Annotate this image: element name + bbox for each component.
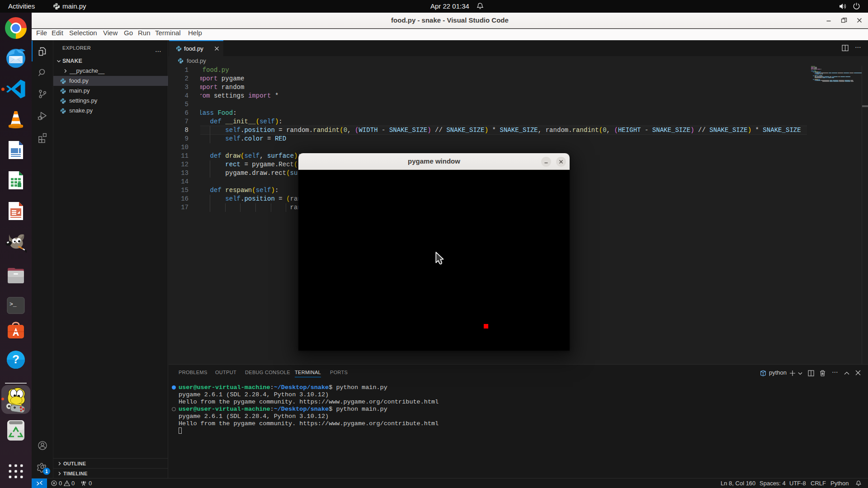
svg-text:?: ? — [12, 352, 19, 366]
svg-text:1: 1 — [45, 469, 48, 474]
svg-text:>_: >_ — [9, 301, 17, 308]
